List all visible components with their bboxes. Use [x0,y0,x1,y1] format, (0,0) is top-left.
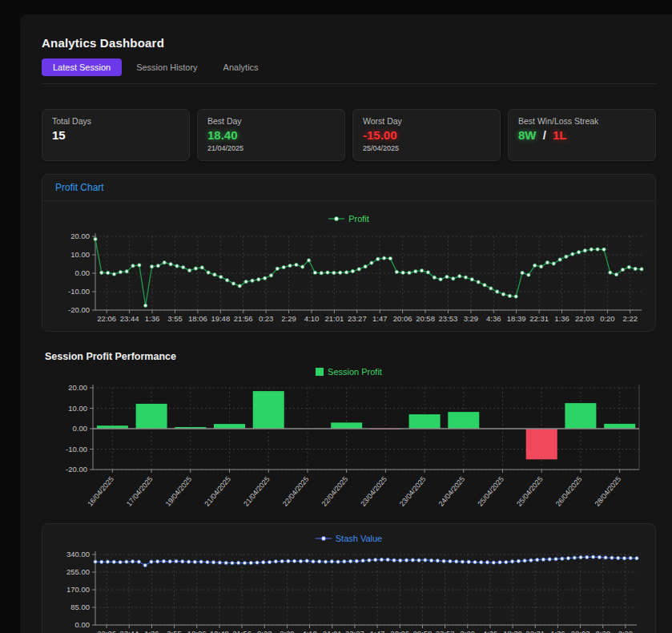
svg-text:23:53: 23:53 [436,629,455,633]
stash-chart-card: Stash Value 340.00255.00170.0085.000.002… [42,523,656,633]
svg-text:23:44: 23:44 [120,314,139,321]
stat-card-streak: Best Win/Loss Streak 8W / 1L [508,109,656,161]
svg-text:-20.00: -20.00 [66,465,87,474]
stat-label: Best Win/Loss Streak [518,116,646,126]
svg-text:-10.00: -10.00 [68,287,90,296]
svg-text:20:58: 20:58 [416,314,435,321]
svg-text:340.00: 340.00 [66,550,90,558]
page-title: Analytics Dashboard [42,36,656,50]
stat-label: Worst Day [363,116,490,126]
svg-text:22:31: 22:31 [529,314,549,321]
svg-text:2:22: 2:22 [623,314,638,321]
session-profit-section: Session Profit Performance Session Profi… [42,351,656,512]
square-marker-icon [316,368,324,376]
svg-text:23/04/2025: 23/04/2025 [398,475,428,508]
svg-text:22/04/2025: 22/04/2025 [320,475,350,508]
stat-card-total-days: Total Days 15 [42,109,190,161]
profit-chart-body: Profit 20.0010.000.00-10.00-20.0022:0623… [42,201,655,331]
svg-text:0.00: 0.00 [75,268,91,277]
x-axis-labels: 22:0623:441:363:5518:0619:4821:560:232:2… [97,314,638,321]
svg-text:3:55: 3:55 [167,314,183,321]
stat-value: -15.00 [363,128,490,142]
svg-text:18:39: 18:39 [507,314,526,321]
svg-text:0:20: 0:20 [600,314,615,321]
svg-text:1:36: 1:36 [145,314,160,321]
chart-grid [95,236,642,310]
stat-value: 15 [52,128,179,142]
svg-text:4:10: 4:10 [304,314,320,321]
svg-text:-20.00: -20.00 [68,305,90,314]
stash-chart: 340.00255.00170.0085.000.0022:0623:441:3… [47,546,646,633]
svg-text:21/04/2025: 21/04/2025 [242,475,272,508]
svg-text:25/04/2025: 25/04/2025 [476,475,505,508]
svg-text:20:06: 20:06 [393,314,412,321]
session-profit-legend[interactable]: Session Profit [45,367,653,377]
svg-text:23:53: 23:53 [439,314,458,321]
tab-analytics[interactable]: Analytics [212,58,270,76]
svg-text:18:39: 18:39 [503,629,522,633]
session-profit-legend-label: Session Profit [328,367,382,377]
y-axis-labels: 20.0010.000.00-10.00-20.00 [68,232,90,314]
svg-text:22:03: 22:03 [571,629,590,633]
svg-text:85.00: 85.00 [70,603,90,611]
svg-text:21:01: 21:01 [324,314,344,321]
svg-text:2:29: 2:29 [281,314,296,321]
svg-text:19:48: 19:48 [210,629,229,633]
streak-wins: 8W [518,128,537,142]
y-axis-labels: 340.00255.00170.0085.000.00 [66,550,90,629]
x-axis-labels: 16/04/202517/04/202519/04/202521/04/2025… [86,475,622,508]
svg-text:23:44: 23:44 [119,629,139,633]
svg-text:0.00: 0.00 [75,620,91,629]
svg-text:22:06: 22:06 [97,314,116,321]
stat-value: 18.40 [207,128,335,142]
svg-text:10.00: 10.00 [68,404,87,413]
tab-session-history[interactable]: Session History [125,58,208,76]
svg-text:1:36: 1:36 [550,629,565,633]
svg-text:1:36: 1:36 [554,314,569,321]
svg-text:3:29: 3:29 [464,314,479,321]
session-profit-chart: 20.0010.000.00-10.00-20.0016/04/202517/0… [45,380,644,512]
svg-text:17/04/2025: 17/04/2025 [125,475,155,508]
profit-chart-title: Profit Chart [42,175,655,201]
svg-text:22:03: 22:03 [575,314,594,321]
tab-latest-session[interactable]: Latest Session [42,58,122,76]
svg-text:20:58: 20:58 [413,629,433,633]
stat-label: Best Day [207,116,335,126]
profit-chart-card: Profit Chart Profit 20.0010.000.00-10.00… [42,174,656,332]
svg-text:21:56: 21:56 [234,314,253,321]
svg-text:3:29: 3:29 [461,629,476,633]
svg-text:0:23: 0:23 [257,629,272,633]
svg-text:20:06: 20:06 [390,629,409,633]
svg-text:25/04/2025: 25/04/2025 [515,475,545,508]
svg-text:0:23: 0:23 [259,314,274,321]
stat-card-worst-day: Worst Day -15.00 25/04/2025 [352,109,501,161]
stash-legend[interactable]: Stash Value [47,534,650,543]
profit-chart: 20.0010.000.00-10.00-20.0022:0623:441:36… [47,227,646,321]
svg-text:20.00: 20.00 [68,383,87,392]
svg-text:22:31: 22:31 [525,629,545,633]
svg-text:4:36: 4:36 [486,314,501,321]
streak-losses: 1L [553,128,567,142]
svg-text:24/04/2025: 24/04/2025 [437,475,467,508]
chart-grid [95,554,637,625]
svg-text:22:06: 22:06 [97,629,116,633]
stash-series[interactable] [94,555,638,567]
session-profit-title: Session Profit Performance [45,351,653,362]
profit-legend[interactable]: Profit [47,214,650,224]
svg-text:2:29: 2:29 [280,629,295,633]
chart-axes [92,233,642,313]
svg-text:23:27: 23:27 [348,314,367,321]
svg-text:2:22: 2:22 [618,629,634,633]
svg-text:26/04/2025: 26/04/2025 [554,475,584,508]
svg-text:3:55: 3:55 [167,629,182,633]
main-panel: Analytics Dashboard Latest Session Sessi… [20,14,672,633]
svg-text:0.00: 0.00 [73,424,88,433]
stat-value-streak: 8W / 1L [518,128,646,142]
stat-date: 21/04/2025 [207,144,335,152]
svg-text:0:20: 0:20 [596,629,611,633]
tab-bar: Latest Session Session History Analytics [42,58,656,84]
profit-series[interactable] [94,237,643,307]
svg-text:20.00: 20.00 [70,232,90,240]
svg-text:4:36: 4:36 [483,629,498,633]
svg-text:21/04/2025: 21/04/2025 [203,475,232,508]
